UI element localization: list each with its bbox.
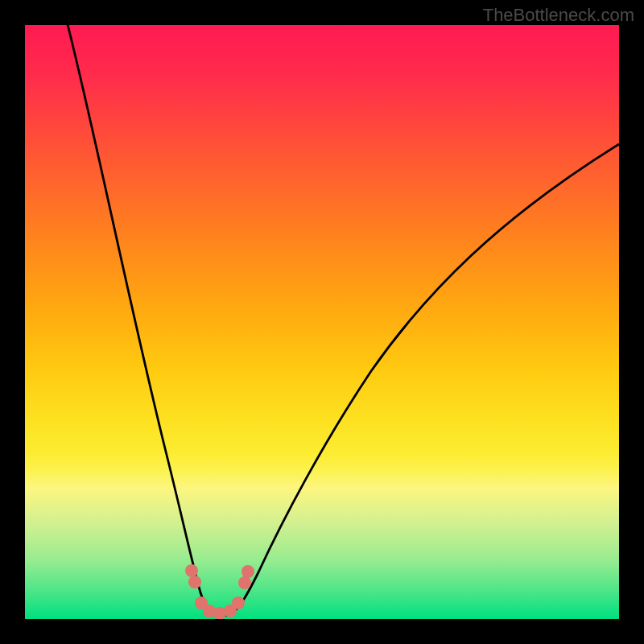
bottleneck-curve — [25, 25, 619, 619]
chart-frame: TheBottleneck.com — [0, 0, 644, 644]
watermark-text: TheBottleneck.com — [483, 5, 634, 26]
minimum-markers — [185, 564, 254, 619]
curve-path — [64, 25, 619, 616]
svg-point-7 — [238, 576, 251, 589]
svg-point-0 — [185, 564, 198, 577]
svg-point-1 — [188, 576, 201, 588]
svg-point-8 — [242, 565, 254, 578]
plot-area — [25, 25, 619, 619]
svg-point-6 — [232, 597, 245, 609]
